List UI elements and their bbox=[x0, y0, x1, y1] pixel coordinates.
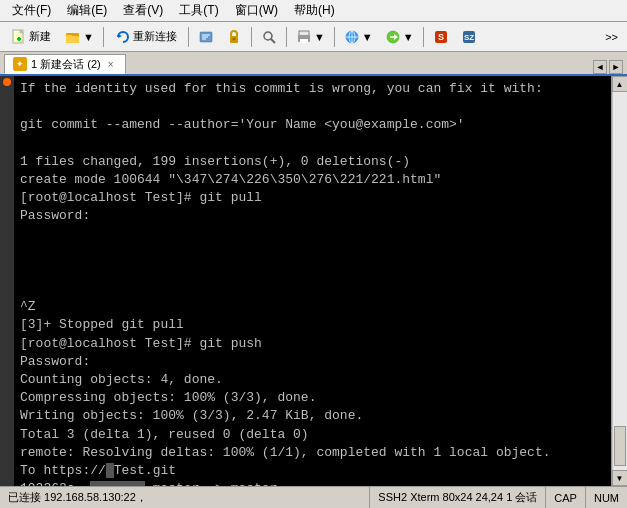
terminal-output[interactable]: If the identity used for this commit is … bbox=[14, 76, 611, 486]
menu-file[interactable]: 文件(F) bbox=[4, 0, 59, 21]
terminal-line: 193362c..c261f43 master -> master bbox=[20, 480, 605, 486]
svg-marker-8 bbox=[118, 34, 122, 38]
extra2-button[interactable]: SZ bbox=[456, 25, 482, 49]
tab-session-icon: ✦ bbox=[13, 57, 27, 71]
terminal-line: [root@localhost Test]# git push bbox=[20, 335, 605, 353]
menu-view[interactable]: 查看(V) bbox=[115, 0, 171, 21]
scrollbar-track[interactable] bbox=[613, 92, 627, 470]
reconnect-button[interactable]: 重新连接 bbox=[108, 25, 184, 49]
search-button[interactable] bbox=[256, 25, 282, 49]
terminal-line: create mode 100644 "\347\274\226\350\276… bbox=[20, 171, 605, 189]
lock-icon bbox=[226, 29, 242, 45]
terminal-line bbox=[20, 135, 605, 153]
print-icon bbox=[296, 29, 312, 45]
tab-bar: ✦ 1 新建会话 (2) × ◄ ► bbox=[0, 52, 627, 76]
terminal-line: Password: bbox=[20, 207, 605, 225]
terminal-line: git commit --amend --author='Your Name <… bbox=[20, 116, 605, 134]
tab-prev-button[interactable]: ◄ bbox=[593, 60, 607, 74]
status-bar: 已连接 192.168.58.130:22， SSH2 Xterm 80x24 … bbox=[0, 486, 627, 508]
menu-tools[interactable]: 工具(T) bbox=[171, 0, 226, 21]
separator-2 bbox=[188, 27, 189, 47]
terminal-line: Password: bbox=[20, 353, 605, 371]
svg-point-15 bbox=[264, 32, 272, 40]
terminal-line: remote: Resolving deltas: 100% (1/1), co… bbox=[20, 444, 605, 462]
connection-text: 已连接 192.168.58.130:22， bbox=[8, 490, 147, 505]
open-dropdown-icon: ▼ bbox=[83, 31, 94, 43]
svg-rect-7 bbox=[66, 36, 79, 43]
svg-text:S: S bbox=[438, 32, 444, 42]
tab-label: 1 新建会话 (2) bbox=[31, 57, 101, 72]
terminal-line: Compressing objects: 100% (3/3), done. bbox=[20, 389, 605, 407]
terminal-line: To https:// Test.git bbox=[20, 462, 605, 480]
reconnect-icon bbox=[115, 29, 131, 45]
properties-button[interactable] bbox=[193, 25, 219, 49]
scrollbar-thumb[interactable] bbox=[614, 426, 626, 466]
terminal-line: Counting objects: 4, done. bbox=[20, 371, 605, 389]
svg-point-14 bbox=[232, 37, 235, 40]
print-button[interactable]: ▼ bbox=[291, 25, 330, 49]
terminal-line bbox=[20, 226, 605, 244]
terminal-scrollbar: ▲ ▼ bbox=[611, 76, 627, 486]
tab-navigation: ◄ ► bbox=[593, 60, 623, 74]
extra-button[interactable]: S bbox=[428, 25, 454, 49]
scrollbar-down-button[interactable]: ▼ bbox=[612, 470, 628, 486]
terminal-line bbox=[20, 262, 605, 280]
terminal-wrapper: If the identity used for this commit is … bbox=[0, 76, 627, 486]
terminal-line: 1 files changed, 199 insertions(+), 0 de… bbox=[20, 153, 605, 171]
lock-button[interactable] bbox=[221, 25, 247, 49]
transfer-icon bbox=[385, 29, 401, 45]
menu-bar: 文件(F) 编辑(E) 查看(V) 工具(T) 窗口(W) 帮助(H) bbox=[0, 0, 627, 22]
transfer-button[interactable]: ▼ bbox=[380, 25, 419, 49]
status-connection: 已连接 192.168.58.130:22， bbox=[0, 487, 370, 508]
menu-help[interactable]: 帮助(H) bbox=[286, 0, 343, 21]
separator-5 bbox=[334, 27, 335, 47]
network-icon bbox=[344, 29, 360, 45]
tab-close-button[interactable]: × bbox=[105, 58, 117, 70]
open-button[interactable]: ▼ bbox=[60, 25, 99, 49]
terminal-line: [root@localhost Test]# git pull bbox=[20, 189, 605, 207]
search-icon bbox=[261, 29, 277, 45]
session-tab[interactable]: ✦ 1 新建会话 (2) × bbox=[4, 54, 126, 74]
tab-next-button[interactable]: ► bbox=[609, 60, 623, 74]
cap-text: CAP bbox=[554, 492, 577, 504]
toolbar: 新建 ▼ 重新连接 bbox=[0, 22, 627, 52]
separator-6 bbox=[423, 27, 424, 47]
scrollbar-up-button[interactable]: ▲ bbox=[612, 76, 628, 92]
terminal-line bbox=[20, 244, 605, 262]
terminal-line bbox=[20, 98, 605, 116]
terminal-line: [3]+ Stopped git pull bbox=[20, 316, 605, 334]
properties-icon bbox=[198, 29, 214, 45]
extra-icon: S bbox=[433, 29, 449, 45]
svg-text:SZ: SZ bbox=[463, 33, 473, 42]
svg-rect-19 bbox=[300, 39, 308, 43]
menu-edit[interactable]: 编辑(E) bbox=[59, 0, 115, 21]
svg-line-16 bbox=[271, 39, 275, 43]
separator-1 bbox=[103, 27, 104, 47]
network-button[interactable]: ▼ bbox=[339, 25, 378, 49]
terminal-line: ^Z bbox=[20, 298, 605, 316]
new-icon bbox=[11, 29, 27, 45]
reconnect-label: 重新连接 bbox=[133, 29, 177, 44]
protocol-text: SSH2 Xterm 80x24 24,24 1 会话 bbox=[378, 490, 537, 505]
status-protocol: SSH2 Xterm 80x24 24,24 1 会话 bbox=[370, 487, 546, 508]
open-icon bbox=[65, 29, 81, 45]
toolbar-right: >> bbox=[600, 25, 623, 49]
new-button[interactable]: 新建 bbox=[4, 25, 58, 49]
separator-4 bbox=[286, 27, 287, 47]
left-indicator bbox=[0, 76, 14, 486]
separator-3 bbox=[251, 27, 252, 47]
status-cap: CAP bbox=[546, 487, 586, 508]
new-label: 新建 bbox=[29, 29, 51, 44]
terminal-line: Writing objects: 100% (3/3), 2.47 KiB, d… bbox=[20, 407, 605, 425]
num-text: NUM bbox=[594, 492, 619, 504]
menu-window[interactable]: 窗口(W) bbox=[227, 0, 286, 21]
terminal-line bbox=[20, 280, 605, 298]
status-num: NUM bbox=[586, 487, 627, 508]
print-dropdown: ▼ bbox=[314, 31, 325, 43]
extra2-icon: SZ bbox=[461, 29, 477, 45]
network-dropdown: ▼ bbox=[362, 31, 373, 43]
terminal-line: If the identity used for this commit is … bbox=[20, 80, 605, 98]
transfer-dropdown: ▼ bbox=[403, 31, 414, 43]
toolbar-expand-button[interactable]: >> bbox=[600, 25, 623, 49]
terminal-line: Total 3 (delta 1), reused 0 (delta 0) bbox=[20, 426, 605, 444]
